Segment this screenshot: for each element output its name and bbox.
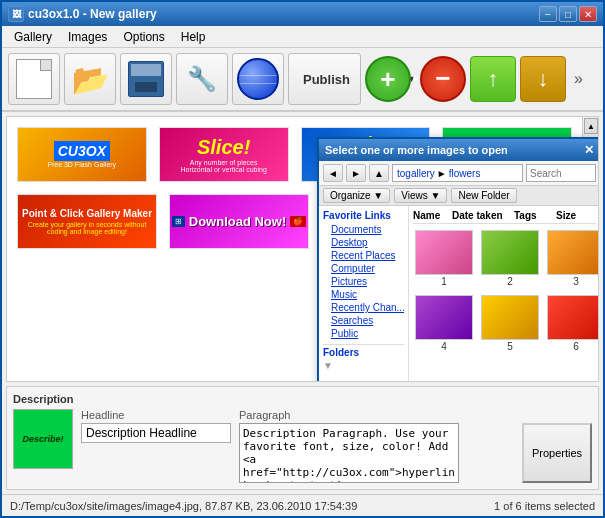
- file-thumb-1: [415, 230, 473, 275]
- file-item-5[interactable]: 5: [479, 293, 541, 354]
- sidebar-section-folders: Folders: [323, 347, 404, 358]
- main-window: 🖼 cu3ox1.0 - New gallery − □ ✕ Gallery I…: [0, 0, 605, 518]
- win-badge: ⊞: [172, 216, 185, 227]
- menu-gallery[interactable]: Gallery: [6, 28, 60, 46]
- move-up-button[interactable]: ↑: [470, 56, 516, 102]
- file-item-4[interactable]: 4: [413, 293, 475, 354]
- col-tags: Tags: [514, 210, 554, 221]
- publish-button[interactable]: Publish: [288, 53, 361, 105]
- gallery-item-2[interactable]: Slice! Any number of piecesHorizontal or…: [159, 127, 289, 182]
- sidebar-link-music[interactable]: Music: [323, 288, 404, 301]
- menu-bar: Gallery Images Options Help: [2, 26, 603, 48]
- dialog-views-button[interactable]: Views ▼: [394, 188, 447, 203]
- dialog-up-button[interactable]: ▲: [369, 164, 389, 182]
- sidebar-link-desktop[interactable]: Desktop: [323, 236, 404, 249]
- down-arrow-icon: ↓: [537, 68, 548, 90]
- description-panel: Description Describe! Headline Paragraph…: [6, 386, 599, 490]
- up-arrow-icon: ↑: [487, 68, 498, 90]
- dialog-breadcrumb[interactable]: togallery ► flowers: [392, 164, 523, 182]
- file-open-dialog: Select one or more images to open ✕ ◄ ► …: [317, 137, 599, 382]
- maximize-button[interactable]: □: [559, 6, 577, 22]
- dialog-body: Favorite Links Documents Desktop Recent …: [319, 206, 599, 382]
- more-button[interactable]: »: [570, 66, 587, 92]
- description-fields: Headline Paragraph Description Paragraph…: [81, 409, 514, 483]
- sidebar-link-public[interactable]: Public: [323, 327, 404, 340]
- file-thumb-3: [547, 230, 599, 275]
- file-label-5: 5: [507, 341, 513, 352]
- add-button[interactable]: +: [365, 56, 411, 102]
- slice-text: Slice!: [197, 136, 250, 159]
- file-thumb-4: [415, 295, 473, 340]
- remove-button[interactable]: −: [420, 56, 466, 102]
- new-button[interactable]: [8, 53, 60, 105]
- dialog-nav-bar: ◄ ► ▲ togallery ► flowers: [319, 161, 599, 186]
- preview-text: Describe!: [22, 434, 63, 444]
- sidebar-link-recent[interactable]: Recent Places: [323, 249, 404, 262]
- file-item-1[interactable]: 1: [413, 228, 475, 289]
- headline-label: Headline: [81, 409, 231, 421]
- file-item-6[interactable]: 6: [545, 293, 599, 354]
- file-thumb-2: [481, 230, 539, 275]
- save-button[interactable]: [120, 53, 172, 105]
- sidebar-link-computer[interactable]: Computer: [323, 262, 404, 275]
- dialog-new-folder-button[interactable]: New Folder: [451, 188, 516, 203]
- gallery-item-6[interactable]: ⊞ Download Now! 🍎: [169, 194, 309, 249]
- dialog-toolbar: Organize ▼ Views ▼ New Folder: [319, 186, 599, 206]
- dialog-search-box[interactable]: [526, 164, 596, 182]
- sidebar-link-recent-changes[interactable]: Recently Chan...: [323, 301, 404, 314]
- col-size: Size: [556, 210, 596, 221]
- title-bar: 🖼 cu3ox1.0 - New gallery − □ ✕: [2, 2, 603, 26]
- scroll-up-button[interactable]: ▲: [584, 118, 598, 134]
- dialog-back-button[interactable]: ◄: [323, 164, 343, 182]
- properties-button[interactable]: Properties: [522, 423, 592, 483]
- settings-button[interactable]: 🔧: [176, 53, 228, 105]
- dialog-forward-button[interactable]: ►: [346, 164, 366, 182]
- gallery-item-1[interactable]: CU3OX Free 3D Flash Gallery: [17, 127, 147, 182]
- minimize-button[interactable]: −: [539, 6, 557, 22]
- dialog-file-area: Name Date taken Tags Size 1: [409, 206, 599, 382]
- sidebar-link-pictures[interactable]: Pictures: [323, 275, 404, 288]
- file-thumb-5: [481, 295, 539, 340]
- slice-sub: Any number of piecesHorizontal or vertic…: [180, 159, 266, 173]
- status-file-info: D:/Temp/cu3ox/site/images/image4.jpg, 87…: [10, 500, 357, 512]
- menu-images[interactable]: Images: [60, 28, 115, 46]
- dialog-close-button[interactable]: ✕: [584, 143, 594, 157]
- file-label-1: 1: [441, 276, 447, 287]
- menu-help[interactable]: Help: [173, 28, 214, 46]
- gallery-item-5[interactable]: Point & Click Gallery Maker Create your …: [17, 194, 157, 249]
- file-label-4: 4: [441, 341, 447, 352]
- plus-icon: +: [380, 66, 395, 92]
- globe-icon: [237, 58, 279, 100]
- headline-input[interactable]: [81, 423, 231, 443]
- headline-field: Headline: [81, 409, 231, 483]
- cu3ox-sub: Free 3D Flash Gallery: [48, 161, 116, 168]
- folder-icon: 📂: [72, 62, 109, 97]
- close-button[interactable]: ✕: [579, 6, 597, 22]
- file-thumb-6: [547, 295, 599, 340]
- file-item-3[interactable]: 3: [545, 228, 599, 289]
- publish-label: Publish: [303, 72, 350, 87]
- pointclick-sub: Create your gallery in seconds withoutco…: [28, 221, 147, 235]
- file-label-2: 2: [507, 276, 513, 287]
- description-row: Describe! Headline Paragraph Description…: [13, 409, 592, 483]
- move-down-button[interactable]: ↓: [520, 56, 566, 102]
- dialog-organize-button[interactable]: Organize ▼: [323, 188, 390, 203]
- paragraph-field: Paragraph Description Paragraph. Use you…: [239, 409, 459, 483]
- menu-options[interactable]: Options: [115, 28, 172, 46]
- dialog-title-bar: Select one or more images to open ✕: [319, 139, 599, 161]
- file-item-2[interactable]: 2: [479, 228, 541, 289]
- file-label-3: 3: [573, 276, 579, 287]
- toolbar: 📂 🔧 Publish + ▼ −: [2, 48, 603, 112]
- web-button[interactable]: [232, 53, 284, 105]
- sidebar-link-searches[interactable]: Searches: [323, 314, 404, 327]
- paragraph-textarea[interactable]: Description Paragraph. Use your favorite…: [239, 423, 459, 483]
- sidebar-section-favorites: Favorite Links: [323, 210, 404, 221]
- window-title: cu3ox1.0 - New gallery: [28, 7, 157, 21]
- dialog-search-input[interactable]: [530, 168, 590, 179]
- col-date: Date taken: [452, 210, 512, 221]
- sidebar-link-documents[interactable]: Documents: [323, 223, 404, 236]
- dialog-sidebar: Favorite Links Documents Desktop Recent …: [319, 206, 409, 382]
- main-area: CU3OX Free 3D Flash Gallery Slice! Any n…: [2, 112, 603, 494]
- open-button[interactable]: 📂: [64, 53, 116, 105]
- wrench-icon: 🔧: [187, 65, 217, 93]
